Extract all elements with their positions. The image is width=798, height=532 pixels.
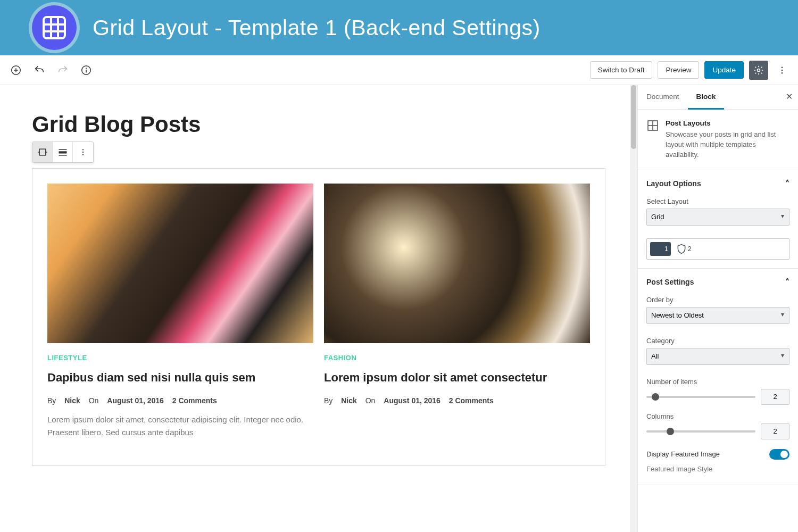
info-button[interactable]: [78, 62, 95, 79]
svg-point-13: [782, 69, 783, 71]
svg-rect-15: [39, 149, 46, 155]
svg-point-22: [82, 152, 84, 153]
order-by-dropdown[interactable]: [646, 307, 789, 324]
template-option-2[interactable]: 2: [676, 242, 692, 256]
select-layout-label: Select Layout: [646, 197, 789, 205]
block-toolbar: [32, 142, 94, 163]
undo-button[interactable]: [31, 62, 48, 79]
add-block-button[interactable]: [7, 62, 24, 79]
svg-point-14: [782, 72, 783, 73]
redo-button[interactable]: [54, 62, 71, 79]
svg-rect-19: [59, 151, 66, 153]
post-category[interactable]: FASHION: [324, 354, 590, 362]
columns-slider[interactable]: [646, 430, 755, 433]
category-dropdown[interactable]: [646, 348, 789, 365]
svg-point-9: [86, 68, 87, 69]
switch-to-draft-button[interactable]: Switch to Draft: [590, 61, 653, 79]
page-title[interactable]: Grid Blog Posts: [32, 112, 605, 137]
template-option-1[interactable]: 1: [650, 242, 671, 256]
editor-canvas[interactable]: Grid Blog Posts LIFESTYLE Dapibus diam s…: [0, 85, 637, 532]
post-meta: By Nick On August 01, 2016 2 Comments: [47, 396, 313, 405]
align-full-button[interactable]: [53, 142, 73, 162]
post-card: LIFESTYLE Dapibus diam sed nisi nulla qu…: [47, 184, 313, 439]
columns-input[interactable]: [761, 423, 789, 439]
display-featured-label: Display Featured Image: [646, 450, 720, 458]
update-button[interactable]: Update: [704, 61, 744, 79]
block-name: Post Layouts: [666, 119, 789, 127]
post-featured-image: [47, 184, 313, 343]
more-menu-button[interactable]: [774, 62, 791, 79]
post-meta: By Nick On August 01, 2016 2 Comments: [324, 396, 590, 405]
svg-point-11: [758, 69, 760, 71]
layout-icon: [646, 119, 659, 160]
category-label: Category: [646, 337, 789, 345]
settings-gear-button[interactable]: [749, 61, 768, 80]
layout-options-panel: Layout Options˄ Select Layout 1 2: [638, 170, 798, 269]
canvas-scrollbar[interactable]: [630, 85, 637, 532]
display-featured-toggle[interactable]: [769, 449, 789, 460]
tab-document[interactable]: Document: [638, 85, 688, 109]
num-items-input[interactable]: [761, 389, 789, 405]
preview-button[interactable]: Preview: [658, 61, 699, 79]
align-wide-button[interactable]: [32, 142, 53, 162]
svg-point-12: [782, 66, 783, 68]
chevron-up-icon: ˄: [785, 277, 789, 287]
post-title: Lorem ipsum dolor sit amet consectetur: [324, 370, 590, 386]
template-selector: 1 2: [646, 238, 789, 260]
tab-block[interactable]: Block: [688, 85, 725, 110]
num-items-label: Number of items: [646, 378, 789, 386]
select-layout-dropdown[interactable]: [646, 209, 789, 226]
post-settings-header[interactable]: Post Settings˄: [638, 269, 798, 296]
svg-point-21: [82, 149, 84, 150]
post-title: Dapibus diam sed nisi nulla quis sem: [47, 370, 313, 386]
layout-options-header[interactable]: Layout Options˄: [638, 170, 798, 197]
num-items-slider[interactable]: [646, 396, 755, 398]
banner-title: Grid Layout - Template 1 (Back-end Setti…: [93, 15, 541, 40]
order-by-label: Order by: [646, 296, 789, 304]
post-featured-image: [324, 184, 590, 343]
post-layouts-block[interactable]: LIFESTYLE Dapibus diam sed nisi nulla qu…: [32, 168, 605, 466]
grid-logo-icon: [32, 5, 77, 50]
post-settings-panel: Post Settings˄ Order by Category Number …: [638, 269, 798, 485]
block-description: Showcase your posts in grid and list lay…: [666, 130, 789, 160]
svg-rect-0: [44, 17, 65, 38]
post-excerpt: Lorem ipsum dolor sit amet, consectetur …: [47, 413, 313, 439]
banner: Grid Layout - Template 1 (Back-end Setti…: [0, 0, 798, 55]
columns-label: Columns: [646, 412, 789, 420]
close-sidebar-button[interactable]: ✕: [786, 92, 793, 102]
post-category[interactable]: LIFESTYLE: [47, 354, 313, 362]
svg-point-23: [82, 154, 84, 155]
block-info-panel: Post Layouts Showcase your posts in grid…: [638, 110, 798, 170]
featured-style-label: Featured Image Style: [646, 465, 789, 473]
sidebar-tabs: Document Block ✕: [638, 85, 798, 110]
editor-topbar: Switch to Draft Preview Update: [0, 55, 798, 85]
settings-sidebar: Document Block ✕ Post Layouts Showcase y…: [637, 85, 798, 532]
block-more-button[interactable]: [73, 142, 93, 162]
editor-main: Grid Blog Posts LIFESTYLE Dapibus diam s…: [0, 85, 798, 532]
chevron-up-icon: ˄: [785, 179, 789, 189]
post-card: FASHION Lorem ipsum dolor sit amet conse…: [324, 184, 590, 439]
